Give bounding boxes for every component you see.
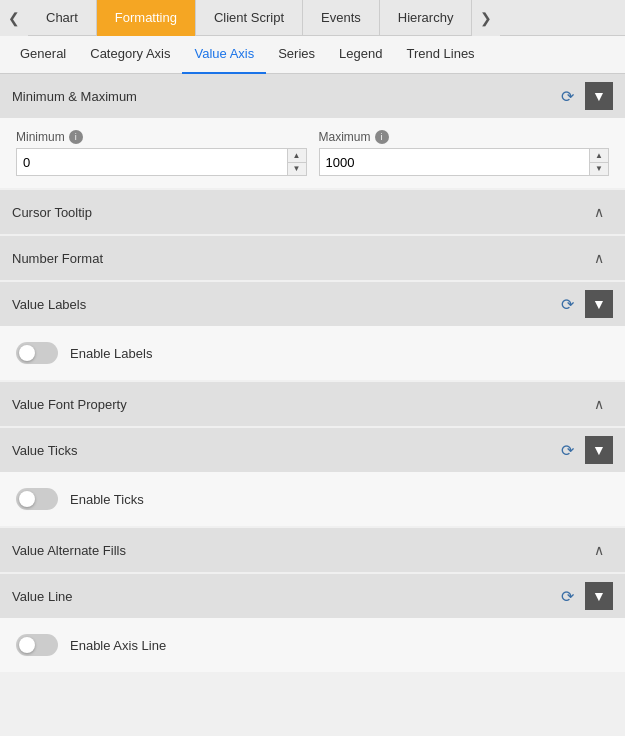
sub-tab-category-axis[interactable]: Category Axis	[78, 36, 182, 74]
enable-axis-line-row: Enable Axis Line	[16, 630, 609, 660]
tab-events[interactable]: Events	[303, 0, 380, 36]
value-ticks-dark-icon: ▼	[592, 442, 606, 458]
enable-ticks-toggle[interactable]	[16, 488, 58, 510]
enable-ticks-label: Enable Ticks	[70, 492, 144, 507]
value-line-header[interactable]: Value Line ⟳ ▼	[0, 574, 625, 618]
enable-labels-toggle[interactable]	[16, 342, 58, 364]
cursor-tooltip-section: Cursor Tooltip ∧	[0, 190, 625, 234]
chevron-up-icon-3: ∧	[594, 396, 604, 412]
value-line-section: Value Line ⟳ ▼ Enable Axis Line	[0, 574, 625, 672]
tab-formatting[interactable]: Formatting	[97, 0, 196, 36]
value-ticks-controls: ⟳ ▼	[553, 436, 613, 464]
number-format-title: Number Format	[12, 251, 103, 266]
min-max-refresh-btn[interactable]: ⟳	[553, 82, 581, 110]
value-line-title: Value Line	[12, 589, 72, 604]
min-max-dark-btn[interactable]: ▼	[585, 82, 613, 110]
maximum-input[interactable]	[320, 149, 590, 175]
minimum-spin-up[interactable]: ▲	[288, 149, 306, 163]
tab-client-script[interactable]: Client Script	[196, 0, 303, 36]
cursor-tooltip-header[interactable]: Cursor Tooltip ∧	[0, 190, 625, 234]
minimum-info-icon[interactable]: i	[69, 130, 83, 144]
value-line-dark-btn[interactable]: ▼	[585, 582, 613, 610]
min-max-body: Minimum i ▲ ▼ Maximum i	[0, 118, 625, 188]
number-format-header[interactable]: Number Format ∧	[0, 236, 625, 280]
value-font-section: Value Font Property ∧	[0, 382, 625, 426]
toggle-thumb	[19, 345, 35, 361]
value-line-refresh-btn[interactable]: ⟳	[553, 582, 581, 610]
value-alt-fills-section: Value Alternate Fills ∧	[0, 528, 625, 572]
minimum-spin-btns: ▲ ▼	[287, 149, 306, 175]
enable-axis-line-label: Enable Axis Line	[70, 638, 166, 653]
sub-tab-general[interactable]: General	[8, 36, 78, 74]
chevron-up-icon-4: ∧	[594, 542, 604, 558]
value-labels-body: Enable Labels	[0, 326, 625, 380]
value-font-header[interactable]: Value Font Property ∧	[0, 382, 625, 426]
value-ticks-dark-btn[interactable]: ▼	[585, 436, 613, 464]
maximum-label: Maximum i	[319, 130, 610, 144]
cursor-tooltip-collapse-btn[interactable]: ∧	[585, 198, 613, 226]
refresh-icon-4: ⟳	[561, 587, 574, 606]
min-max-section: Minimum & Maximum ⟳ ▼ Minimum i	[0, 74, 625, 188]
maximum-info-icon[interactable]: i	[375, 130, 389, 144]
sub-tab-legend[interactable]: Legend	[327, 36, 394, 74]
maximum-spin-up[interactable]: ▲	[590, 149, 608, 163]
value-alt-fills-title: Value Alternate Fills	[12, 543, 126, 558]
value-ticks-refresh-btn[interactable]: ⟳	[553, 436, 581, 464]
cursor-tooltip-title: Cursor Tooltip	[12, 205, 92, 220]
enable-ticks-row: Enable Ticks	[16, 484, 609, 514]
ticks-toggle-thumb	[19, 491, 35, 507]
value-font-collapse-btn[interactable]: ∧	[585, 390, 613, 418]
enable-labels-row: Enable Labels	[16, 338, 609, 368]
minimum-input-wrapper: ▲ ▼	[16, 148, 307, 176]
sub-tab-value-axis[interactable]: Value Axis	[182, 36, 266, 74]
value-labels-controls: ⟳ ▼	[553, 290, 613, 318]
value-labels-dark-icon: ▼	[592, 296, 606, 312]
maximum-spin-btns: ▲ ▼	[589, 149, 608, 175]
refresh-icon-3: ⟳	[561, 441, 574, 460]
value-labels-title: Value Labels	[12, 297, 86, 312]
maximum-field-group: Maximum i ▲ ▼	[319, 130, 610, 176]
minimum-spin-down[interactable]: ▼	[288, 163, 306, 176]
refresh-icon: ⟳	[561, 87, 574, 106]
chevron-up-icon-2: ∧	[594, 250, 604, 266]
value-labels-dark-btn[interactable]: ▼	[585, 290, 613, 318]
tab-hierarchy[interactable]: Hierarchy	[380, 0, 473, 36]
value-font-title: Value Font Property	[12, 397, 127, 412]
main-content: Minimum & Maximum ⟳ ▼ Minimum i	[0, 74, 625, 736]
min-max-controls: ⟳ ▼	[553, 82, 613, 110]
value-alt-fills-header[interactable]: Value Alternate Fills ∧	[0, 528, 625, 572]
maximum-spin-down[interactable]: ▼	[590, 163, 608, 176]
sub-tab-bar: General Category Axis Value Axis Series …	[0, 36, 625, 74]
top-tab-bar: ❮ Chart Formatting Client Script Events …	[0, 0, 625, 36]
value-labels-section: Value Labels ⟳ ▼ Enable Labels	[0, 282, 625, 380]
prev-tab-arrow[interactable]: ❮	[0, 0, 28, 36]
value-line-controls: ⟳ ▼	[553, 582, 613, 610]
refresh-icon-2: ⟳	[561, 295, 574, 314]
value-line-dark-icon: ▼	[592, 588, 606, 604]
min-max-dark-icon: ▼	[592, 88, 606, 104]
number-format-controls: ∧	[585, 244, 613, 272]
next-tab-arrow[interactable]: ❯	[472, 0, 500, 36]
enable-axis-line-toggle[interactable]	[16, 634, 58, 656]
tab-chart[interactable]: Chart	[28, 0, 97, 36]
minimum-input[interactable]	[17, 149, 287, 175]
sub-tab-trend-lines[interactable]: Trend Lines	[394, 36, 486, 74]
value-labels-refresh-btn[interactable]: ⟳	[553, 290, 581, 318]
min-max-header[interactable]: Minimum & Maximum ⟳ ▼	[0, 74, 625, 118]
minimum-field-group: Minimum i ▲ ▼	[16, 130, 307, 176]
min-max-fields: Minimum i ▲ ▼ Maximum i	[16, 130, 609, 176]
sub-tab-series[interactable]: Series	[266, 36, 327, 74]
value-ticks-body: Enable Ticks	[0, 472, 625, 526]
number-format-section: Number Format ∧	[0, 236, 625, 280]
value-ticks-header[interactable]: Value Ticks ⟳ ▼	[0, 428, 625, 472]
value-ticks-title: Value Ticks	[12, 443, 78, 458]
value-line-body: Enable Axis Line	[0, 618, 625, 672]
enable-labels-label: Enable Labels	[70, 346, 152, 361]
value-labels-header[interactable]: Value Labels ⟳ ▼	[0, 282, 625, 326]
number-format-collapse-btn[interactable]: ∧	[585, 244, 613, 272]
value-alt-fills-controls: ∧	[585, 536, 613, 564]
axis-line-toggle-thumb	[19, 637, 35, 653]
value-ticks-section: Value Ticks ⟳ ▼ Enable Ticks	[0, 428, 625, 526]
chevron-up-icon: ∧	[594, 204, 604, 220]
value-alt-fills-collapse-btn[interactable]: ∧	[585, 536, 613, 564]
